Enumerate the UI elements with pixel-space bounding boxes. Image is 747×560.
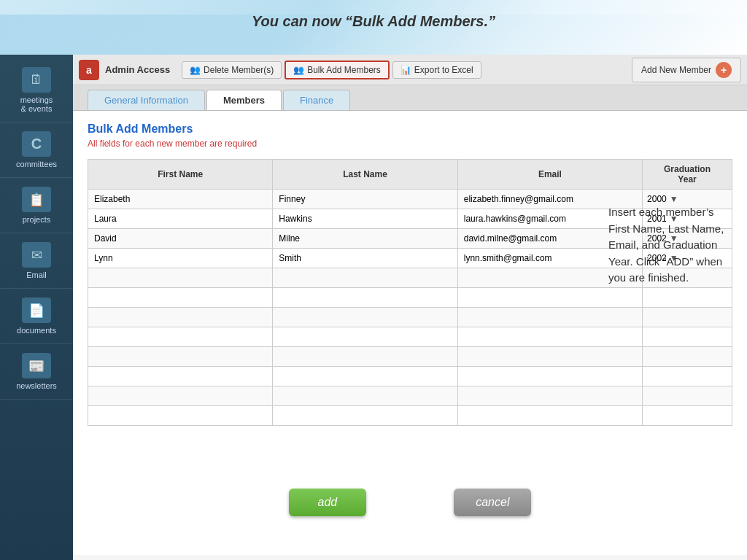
col-graduation-year: Graduation Year [643,160,732,190]
input-last-row-5[interactable] [274,289,455,306]
committees-icon: C [22,131,51,157]
input-last-row-7[interactable] [274,329,455,345]
table-row [88,288,732,308]
add-button[interactable]: add [289,489,367,516]
newsletters-icon: 📰 [22,353,51,378]
meetings-icon: 🗓 [22,67,51,93]
main-content: a Admin Access 👥 Delete Member(s) 👥 Bulk… [73,55,747,560]
year-value-row-0: 2000 [647,194,667,204]
tabs-bar: General Information Members Finance [73,85,747,111]
topbar: a Admin Access 👥 Delete Member(s) 👥 Bulk… [73,55,747,85]
input-first-row-4[interactable] [90,270,271,286]
input-email-row-11[interactable] [460,408,640,424]
input-first-row-3[interactable] [90,250,271,266]
tab-finance[interactable]: Finance [283,90,350,110]
input-last-row-8[interactable] [274,349,455,365]
col-last-name: Last Name [273,160,457,190]
input-email-row-5[interactable] [460,289,640,306]
sidebar: 🗓 meetings & events C committees 📋 proje… [0,55,73,560]
sidebar-item-email[interactable]: ✉ Email [0,233,73,289]
input-first-row-7[interactable] [90,329,271,345]
input-first-row-0[interactable] [90,191,271,207]
bulk-add-icon: 👥 [293,65,304,75]
export-to-excel-button[interactable]: 📊 Export to Excel [392,61,481,79]
input-last-row-1[interactable] [274,211,455,227]
delete-members-button[interactable]: 👥 Delete Member(s) [182,61,282,79]
input-email-row-10[interactable] [460,388,640,404]
sidebar-item-newsletters[interactable]: 📰 newsletters [0,344,73,400]
input-first-row-11[interactable] [90,408,271,424]
bottom-buttons: add cancel [73,489,747,516]
table-row [88,367,732,386]
input-email-row-6[interactable] [460,309,640,325]
input-first-row-8[interactable] [90,349,271,365]
sidebar-item-projects[interactable]: 📋 projects [0,178,73,233]
projects-icon: 📋 [22,187,51,212]
table-row [88,386,732,406]
add-member-icon: + [716,62,732,78]
input-last-row-3[interactable] [274,250,455,266]
documents-icon: 📄 [22,298,51,323]
topbar-admin-label: Admin Access [105,64,170,75]
table-row [88,327,732,347]
input-last-row-0[interactable] [274,191,455,207]
instruction-text: Insert each member’s First Name, Last Na… [608,204,732,287]
input-last-row-9[interactable] [274,368,455,384]
add-new-member-button[interactable]: Add New Member + [632,58,741,82]
input-email-row-8[interactable] [460,349,640,365]
input-last-row-10[interactable] [274,388,455,404]
input-first-row-1[interactable] [90,211,271,227]
table-row [88,347,732,367]
topbar-logo: a [79,60,99,80]
sidebar-item-label: committees [16,160,57,168]
col-first-name: First Name [88,160,273,190]
members-table: First Name Last Name Email Graduation Ye… [88,159,732,426]
top-heading: You can now “Bulk Add Members.” [0,13,747,30]
input-last-row-11[interactable] [274,408,455,424]
sidebar-item-label: projects [23,215,51,224]
bulk-add-subtitle: All fields for each new member are requi… [88,139,732,149]
col-email: Email [457,160,642,190]
bulk-add-members-button[interactable]: 👥 Bulk Add Members [285,61,390,79]
delete-icon: 👥 [190,65,201,75]
email-icon: ✉ [22,242,51,268]
tab-general-information[interactable]: General Information [88,90,205,110]
input-last-row-6[interactable] [274,309,455,325]
sidebar-item-label: newsletters [16,381,57,390]
table-row [88,406,732,426]
input-first-row-10[interactable] [90,388,271,404]
cancel-button[interactable]: cancel [454,489,531,516]
bulk-add-title: Bulk Add Members [88,122,732,136]
input-last-row-4[interactable] [274,270,455,286]
sidebar-item-committees[interactable]: C committees [0,122,73,178]
sidebar-item-meetings[interactable]: 🗓 meetings & events [0,58,73,122]
sidebar-item-label: documents [17,326,56,335]
sidebar-item-documents[interactable]: 📄 documents [0,289,73,344]
input-first-row-6[interactable] [90,309,271,325]
input-first-row-9[interactable] [90,368,271,384]
input-last-row-2[interactable] [274,230,455,246]
sidebar-item-label: Email [26,271,47,279]
input-email-row-9[interactable] [460,368,640,384]
tab-members[interactable]: Members [206,90,282,110]
input-email-row-7[interactable] [460,329,640,345]
input-first-row-5[interactable] [90,289,271,306]
input-first-row-2[interactable] [90,230,271,246]
export-icon: 📊 [400,65,411,75]
year-arrow-icon[interactable]: ▼ [670,194,678,204]
table-row [88,308,732,327]
sidebar-item-label: meetings & events [20,96,53,113]
